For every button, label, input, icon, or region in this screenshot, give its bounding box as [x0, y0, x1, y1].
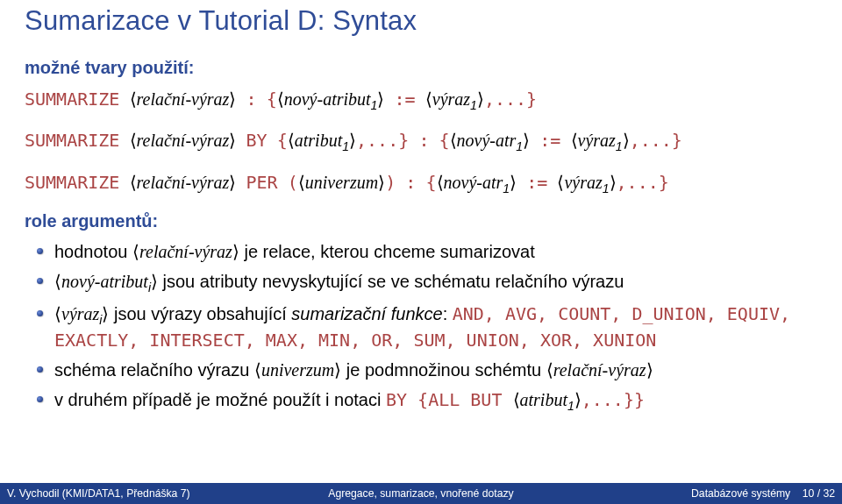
lang: ⟨	[130, 89, 137, 109]
assign: :=	[395, 89, 416, 110]
univerzum: univerzum	[305, 173, 378, 192]
bullet-1: hodnotou ⟨relační-výraz⟩ je relace, kter…	[35, 240, 817, 264]
slide-title: Sumarizace v Tutorial D: Syntax	[25, 5, 817, 37]
dots: ,...}	[484, 89, 537, 110]
kw-summarize: SUMMARIZE	[25, 89, 119, 110]
section-forms: možné tvary použití:	[25, 58, 817, 78]
syntax-line-2: SUMMARIZE ⟨relační-výraz⟩ BY {⟨atribut1⟩…	[25, 128, 817, 155]
bullet-list: hodnotou ⟨relační-výraz⟩ je relace, kter…	[25, 240, 817, 415]
bullet-2: ⟨nový-atributi⟩ jsou atributy nevyskytuj…	[35, 270, 817, 296]
footer-author: V. Vychodil (KMI/DATA1, Přednáška 7)	[0, 483, 281, 504]
colon: :	[246, 89, 257, 110]
section-args: role argumentů:	[25, 211, 817, 231]
footer-title: Agregace, sumarizace, vnořené dotazy	[281, 483, 561, 504]
relexpr: relační-výraz	[137, 89, 230, 109]
lbrace: {	[267, 89, 277, 110]
syntax-line-3: SUMMARIZE ⟨relační-výraz⟩ PER (⟨univerzu…	[25, 170, 817, 197]
syntax-line-1: SUMMARIZE ⟨relační-výraz⟩ : {⟨nový-atrib…	[25, 87, 817, 114]
atribut: atribut	[295, 131, 342, 150]
bullet-5: v druhém případě je možné použít i notac…	[35, 388, 817, 415]
footer: V. Vychodil (KMI/DATA1, Přednáška 7) Agr…	[0, 483, 842, 504]
novy-atribut: nový-atribut	[284, 89, 371, 109]
kw-per: PER	[246, 172, 278, 193]
novy-atr: nový-atr	[457, 131, 517, 150]
bullet-3: ⟨výrazi⟩ jsou výrazy obsahující sumariza…	[35, 302, 817, 352]
footer-page: Databázové systémy 10 / 32	[561, 483, 842, 504]
kw-by: BY	[246, 130, 268, 151]
rang: ⟩	[229, 89, 236, 109]
vyraz: výraz	[432, 89, 470, 109]
kw-by-allbut: BY {ALL BUT	[386, 389, 513, 410]
bullet-4: schéma relačního výrazu ⟨univerzum⟩ je p…	[35, 358, 817, 382]
